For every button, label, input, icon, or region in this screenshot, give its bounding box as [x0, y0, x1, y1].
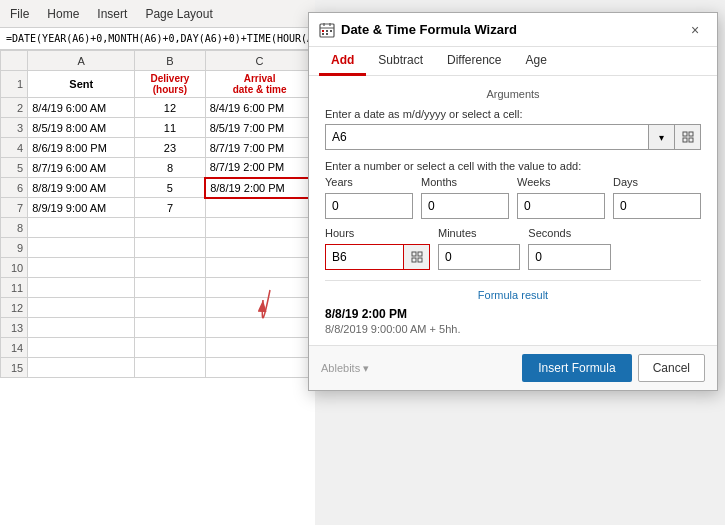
date-dropdown-btn[interactable]: ▾ [649, 124, 675, 150]
svg-rect-7 [330, 30, 332, 32]
cell-c10[interactable] [205, 258, 314, 278]
cancel-button[interactable]: Cancel [638, 354, 705, 382]
dialog-footer: Ablebits ▾ Insert Formula Cancel [309, 345, 717, 390]
ablebits-brand[interactable]: Ablebits ▾ [321, 362, 369, 375]
weeks-input[interactable] [517, 193, 605, 219]
row-num-2: 2 [1, 98, 28, 118]
cell-a5[interactable]: 8/7/19 6:00 AM [28, 158, 135, 178]
cell-c12[interactable] [205, 298, 314, 318]
days-label: Days [613, 176, 701, 188]
cell-b12[interactable] [135, 298, 205, 318]
cell-a10[interactable] [28, 258, 135, 278]
header-row: 1 Sent Delivery(hours) Arrivaldate & tim… [1, 71, 315, 98]
date-cell-ref-btn[interactable] [675, 124, 701, 150]
cell-b7[interactable]: 7 [135, 198, 205, 218]
insert-formula-button[interactable]: Insert Formula [522, 354, 631, 382]
tab-age[interactable]: Age [514, 47, 559, 76]
cell-c4[interactable]: 8/7/19 7:00 PM [205, 138, 314, 158]
svg-rect-12 [683, 138, 687, 142]
tab-add[interactable]: Add [319, 47, 366, 76]
cell-a13[interactable] [28, 318, 135, 338]
cell-a4[interactable]: 8/6/19 8:00 PM [28, 138, 135, 158]
cell-b4[interactable]: 23 [135, 138, 205, 158]
dialog-close-button[interactable]: × [683, 18, 707, 42]
table-row: 13 [1, 318, 315, 338]
cell-a7[interactable]: 8/9/19 9:00 AM [28, 198, 135, 218]
table-row: 11 [1, 278, 315, 298]
cell-b2[interactable]: 12 [135, 98, 205, 118]
tab-difference[interactable]: Difference [435, 47, 513, 76]
hours-input[interactable] [325, 244, 404, 270]
cell-b3[interactable]: 11 [135, 118, 205, 138]
svg-rect-5 [322, 30, 324, 32]
seconds-input[interactable] [528, 244, 610, 270]
dialog-body: Arguments Enter a date as m/d/yyyy or se… [309, 76, 717, 345]
cell-a12[interactable] [28, 298, 135, 318]
cell-a15[interactable] [28, 358, 135, 378]
cell-c5[interactable]: 8/7/19 2:00 PM [205, 158, 314, 178]
col-header-row: A B C [1, 51, 315, 71]
dialog-tabs: Add Subtract Difference Age [309, 47, 717, 76]
cell-a3[interactable]: 8/5/19 8:00 AM [28, 118, 135, 138]
row-num-9: 9 [1, 238, 28, 258]
cell-a11[interactable] [28, 278, 135, 298]
svg-rect-11 [689, 132, 693, 136]
brand-arrow-icon: ▾ [363, 362, 369, 375]
table-row: 14 [1, 338, 315, 358]
svg-rect-10 [683, 132, 687, 136]
cell-b5[interactable]: 8 [135, 158, 205, 178]
table-row: 6 8/8/19 9:00 AM 5 8/8/19 2:00 PM [1, 178, 315, 198]
months-input[interactable] [421, 193, 509, 219]
minutes-input[interactable] [438, 244, 520, 270]
cell-b11[interactable] [135, 278, 205, 298]
minutes-label: Minutes [438, 227, 520, 239]
cell-c3[interactable]: 8/5/19 7:00 PM [205, 118, 314, 138]
calendar-icon [319, 22, 335, 38]
row-num-12: 12 [1, 298, 28, 318]
cell-b8[interactable] [135, 218, 205, 238]
cell-a2[interactable]: 8/4/19 6:00 AM [28, 98, 135, 118]
cell-c7[interactable] [205, 198, 314, 218]
hours-cell-ref-btn[interactable] [404, 244, 430, 270]
cell-c15[interactable] [205, 358, 314, 378]
ribbon-home[interactable]: Home [47, 7, 79, 21]
cell-a8[interactable] [28, 218, 135, 238]
cell-b10[interactable] [135, 258, 205, 278]
cell-c13[interactable] [205, 318, 314, 338]
cell-a14[interactable] [28, 338, 135, 358]
cell-c8[interactable] [205, 218, 314, 238]
cell-c2[interactable]: 8/4/19 6:00 PM [205, 98, 314, 118]
svg-rect-14 [412, 252, 416, 256]
ribbon-file[interactable]: File [10, 7, 29, 21]
cell-b9[interactable] [135, 238, 205, 258]
row-num-13: 13 [1, 318, 28, 338]
tab-subtract[interactable]: Subtract [366, 47, 435, 76]
date-input[interactable] [325, 124, 649, 150]
spreadsheet-area: File Home Insert Page Layout =DATE(YEAR(… [0, 0, 315, 525]
cell-b6[interactable]: 5 [135, 178, 205, 198]
table-row: 2 8/4/19 6:00 AM 12 8/4/19 6:00 PM [1, 98, 315, 118]
ribbon-page-layout[interactable]: Page Layout [145, 7, 212, 21]
years-input[interactable] [325, 193, 413, 219]
cell-c9[interactable] [205, 238, 314, 258]
col-header-c: C [205, 51, 314, 71]
cell-a6[interactable]: 8/8/19 9:00 AM [28, 178, 135, 198]
date-input-row: ▾ [325, 124, 701, 150]
dialog-title: Date & Time Formula Wizard [341, 22, 683, 37]
table-row: 3 8/5/19 8:00 AM 11 8/5/19 7:00 PM [1, 118, 315, 138]
cell-a9[interactable] [28, 238, 135, 258]
row-num-6: 6 [1, 178, 28, 198]
cell-c11[interactable] [205, 278, 314, 298]
ribbon-insert[interactable]: Insert [97, 7, 127, 21]
sheet-grid: A B C 1 Sent Delivery(hours) Arrivaldate… [0, 50, 315, 378]
cell-b15[interactable] [135, 358, 205, 378]
row-num-8: 8 [1, 218, 28, 238]
row-num-10: 10 [1, 258, 28, 278]
brand-name: Ablebits [321, 362, 360, 374]
cell-c14[interactable] [205, 338, 314, 358]
cell-b13[interactable] [135, 318, 205, 338]
formula-content: =DATE(YEAR(A6)+0,MONTH(A6)+0,DAY(A6)+0)+… [6, 33, 315, 44]
days-input[interactable] [613, 193, 701, 219]
cell-b14[interactable] [135, 338, 205, 358]
cell-c6-selected[interactable]: 8/8/19 2:00 PM [205, 178, 314, 198]
